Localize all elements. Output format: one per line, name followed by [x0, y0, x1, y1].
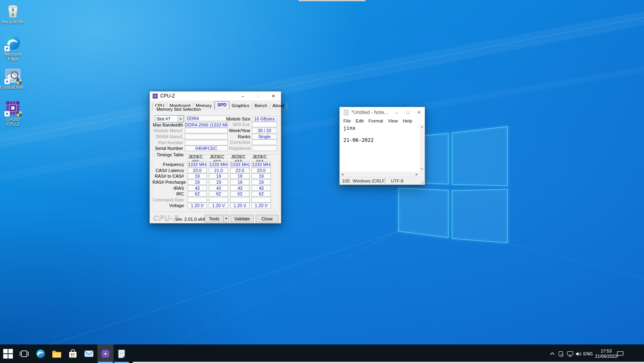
desktop-icon-microsoft-edge[interactable]: Microsoft Edge — [0, 35, 26, 61]
menu-file[interactable]: File — [341, 118, 353, 123]
tab-spd[interactable]: SPD — [215, 101, 229, 110]
hidden-icons-chevron[interactable] — [549, 344, 556, 363]
desktop-icon-label: CPUID CPU-Z — [0, 117, 26, 127]
tools-dropdown-icon[interactable]: ▼ — [223, 215, 229, 222]
field-label: Ranks — [213, 134, 252, 139]
tray-phone-icon[interactable] — [557, 344, 564, 363]
field-row-module-size: Module Size 16 GBytes — [213, 116, 277, 122]
uac-shield-icon — [16, 78, 22, 85]
timings-cell: 62 — [252, 191, 271, 197]
taskbar-start-button[interactable] — [0, 344, 16, 363]
horizontal-scrollbar[interactable]: ◀ ▶ — [340, 172, 419, 177]
memory-slot-selection-group: Memory Slot Selection Slot #7 ▼ DDR4 Max… — [152, 109, 279, 154]
memory-slot-value: Slot #7 — [155, 116, 178, 121]
timings-row-trc: tRC62626262 — [153, 191, 279, 197]
timings-cell: 1333 MHz — [209, 162, 228, 167]
notepad-window-title: *Untitled - Note... — [351, 110, 391, 115]
taskbar-cpuz-button[interactable] — [97, 344, 114, 363]
tab-about[interactable]: About — [270, 103, 287, 109]
recycle-bin-icon — [5, 2, 21, 19]
notepad-text: jinx 21-06-2022 — [340, 124, 419, 143]
timings-cell: 19 — [209, 179, 228, 185]
field-label: Registered — [213, 146, 252, 151]
timings-row-frequency: Frequency1333 MHz1333 MHz1333 MHz1333 MH… — [153, 162, 279, 168]
close-button[interactable]: Close — [256, 215, 279, 222]
tab-graphics[interactable]: Graphics — [229, 103, 252, 109]
network-icon[interactable] — [566, 344, 574, 363]
timings-row-label: RAS# to CAS# — [153, 174, 186, 178]
minimize-button[interactable]: – — [235, 91, 250, 100]
notepad-text-area[interactable]: jinx 21-06-2022 — [340, 124, 419, 172]
timings-cell: 19 — [188, 173, 207, 179]
close-window-icon[interactable]: ✕ — [266, 91, 281, 100]
vertical-scrollbar[interactable]: ▲ ▼ — [419, 124, 425, 172]
chevron-down-icon[interactable]: ▼ — [178, 116, 184, 122]
cpuz-titlebar[interactable]: CPU-Z – □ ✕ — [150, 91, 281, 100]
taskbar-file-explorer-button[interactable] — [49, 344, 65, 363]
desktop-wallpaper — [0, 0, 644, 363]
menu-format[interactable]: Format — [366, 118, 385, 123]
menu-edit[interactable]: Edit — [353, 118, 366, 123]
tools-button[interactable]: Tools — [204, 215, 223, 222]
edge-icon — [36, 349, 45, 359]
field-row-ranks: Ranks Single — [213, 133, 277, 139]
taskbar-mail-button[interactable] — [81, 344, 97, 363]
timings-cell: 43 — [209, 185, 228, 191]
desktop-icon-cpuid-cpu-z[interactable]: CPUID CPU-Z — [0, 100, 26, 127]
scroll-down-icon[interactable]: ▼ — [419, 166, 425, 172]
field-label: SPD Ext. — [213, 122, 252, 127]
field-value: 16 GBytes — [252, 116, 277, 122]
file-explorer-icon — [52, 349, 62, 359]
microsoft-store-icon — [68, 349, 78, 359]
field-label: Serial Number — [153, 146, 185, 151]
desktop-icon-list: Recycle Bin Microsoft Edge CrystalDiskI.… — [0, 0, 27, 282]
notepad-titlebar[interactable]: *Untitled - Note... – □ ✕ — [340, 107, 425, 118]
taskbar-store-button[interactable] — [65, 344, 81, 363]
maximize-button: □ — [250, 91, 266, 100]
maximize-button[interactable]: □ — [402, 107, 413, 118]
field-label: DRAM Manuf. — [153, 134, 185, 139]
taskbar-edge-button[interactable] — [33, 344, 49, 363]
field-row-registered: Registered — [213, 145, 277, 151]
language-indicator[interactable]: ENG — [582, 344, 594, 363]
taskbar-task-view-button[interactable] — [16, 344, 32, 363]
timings-cell: 1333 MHz — [188, 162, 207, 167]
tab-bench[interactable]: Bench — [252, 103, 270, 109]
scroll-left-icon[interactable]: ◀ — [340, 172, 345, 177]
timings-cell: 22.0 — [230, 168, 250, 173]
close-window-icon[interactable]: ✕ — [413, 107, 425, 118]
task-view-icon — [19, 349, 29, 359]
desktop-icon-recycle-bin[interactable]: Recycle Bin — [0, 2, 26, 24]
desktop-icon-label: Recycle Bin — [0, 19, 26, 24]
version-label: Ver. 2.01.0.x64 — [175, 217, 205, 222]
action-center-icon[interactable] — [613, 344, 627, 363]
menu-help[interactable]: Help — [400, 118, 415, 123]
resize-grip[interactable] — [420, 180, 424, 184]
desktop-icon-label: CrystalDiskI... — [0, 85, 26, 89]
scroll-right-icon[interactable]: ▶ — [414, 172, 419, 177]
timings-cell: 1.20 V — [230, 203, 250, 208]
shortcut-arrow-icon — [4, 111, 10, 116]
desktop-icon-crystaldiski[interactable]: CrystalDiskI... — [0, 68, 26, 89]
timings-cell: 20.0 — [188, 168, 207, 173]
timings-cell: 1333 MHz — [252, 162, 271, 167]
scroll-up-icon[interactable]: ▲ — [419, 124, 425, 129]
volume-icon[interactable] — [574, 344, 582, 363]
validate-button[interactable]: Validate — [231, 215, 254, 222]
menu-view[interactable]: View — [386, 118, 400, 123]
mail-icon — [84, 349, 94, 359]
memory-slot-select[interactable]: Slot #7 ▼ — [155, 115, 184, 122]
minimize-button[interactable]: – — [391, 107, 402, 118]
timings-cell: 1333 MHz — [230, 162, 250, 167]
timings-cell: 19 — [230, 173, 250, 179]
field-row-week-year: Week/Year 39 / 20 — [213, 128, 277, 134]
time-label: 17:53 — [601, 348, 612, 354]
timings-table-group: Timings Table JEDEC #11JEDEC #12JEDEC #1… — [152, 155, 279, 212]
field-value: 39 / 20 — [252, 128, 277, 133]
edge-icon — [5, 35, 21, 51]
top-edge-strip — [299, 0, 365, 1]
taskbar-notepad-button[interactable] — [114, 344, 130, 363]
scrollbar-corner — [419, 172, 425, 177]
timings-row-label: tRAS — [153, 186, 186, 191]
timings-cell — [230, 197, 250, 203]
